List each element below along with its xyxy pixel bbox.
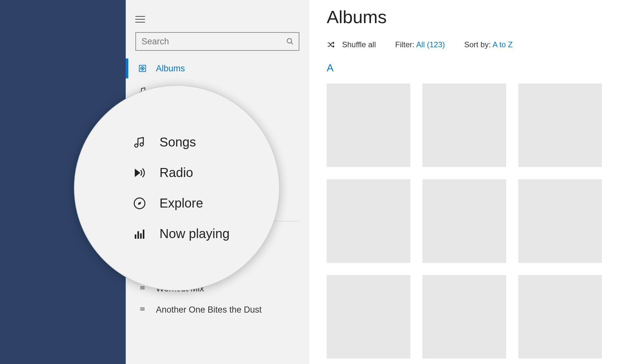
sort-control[interactable]: Sort by: A to Z (464, 40, 513, 49)
sidebar-item-label: Albums (156, 64, 185, 74)
playlist-label: Another One Bites the Dust (156, 305, 262, 315)
sidebar-item-albums[interactable]: Albums (126, 57, 309, 80)
svg-rect-11 (141, 156, 142, 161)
toolbar: Shuffle all Filter: All (123) Sort by: A… (327, 40, 602, 49)
svg-rect-12 (143, 158, 144, 161)
search-box[interactable] (135, 32, 299, 51)
album-tile[interactable] (423, 275, 506, 359)
svg-point-5 (139, 92, 141, 94)
sidebar-item-label: Radio (156, 109, 179, 119)
playlist-item[interactable]: ck (126, 257, 309, 278)
svg-line-1 (291, 42, 293, 44)
playlist-icon (137, 286, 148, 291)
shuffle-all-button[interactable]: Shuffle all (327, 40, 376, 49)
sidebar-item-radio[interactable]: Radio (126, 102, 309, 125)
svg-rect-13 (145, 155, 146, 161)
album-tile[interactable] (327, 84, 410, 167)
shuffle-label: Shuffle all (342, 40, 376, 49)
radio-icon (137, 109, 148, 118)
album-grid (327, 84, 602, 359)
sort-value: A to Z (493, 40, 513, 49)
page-title: Albums (327, 6, 602, 27)
sidebar-item-label: Now playing (156, 154, 203, 164)
svg-rect-10 (140, 158, 141, 161)
filter-label: Filter: (395, 40, 414, 49)
sidebar-item-songs[interactable]: Songs (126, 80, 309, 102)
songs-icon (137, 87, 148, 95)
album-tile[interactable] (423, 84, 506, 167)
album-tile[interactable] (518, 275, 602, 359)
explore-icon (137, 132, 148, 140)
album-tile[interactable] (423, 179, 506, 263)
svg-point-6 (143, 91, 145, 93)
sidebar-item-label: Explore (156, 131, 186, 141)
playlist-icon (137, 264, 148, 270)
sidebar: Albums Songs (126, 0, 309, 364)
playlist-icon (137, 307, 148, 313)
album-tile[interactable] (327, 275, 410, 359)
sidebar-item-explore[interactable]: Explore (126, 125, 309, 147)
playlist-label: ck (156, 262, 216, 272)
filter-control[interactable]: Filter: All (123) (395, 40, 445, 49)
filter-value: All (123) (416, 40, 445, 49)
album-tile[interactable] (518, 84, 602, 167)
svg-point-4 (142, 68, 143, 69)
hamburger-button[interactable] (129, 10, 151, 29)
svg-marker-9 (141, 135, 144, 137)
playlist-item[interactable]: Workout Mix (126, 278, 309, 299)
sidebar-item-label: Songs (156, 86, 181, 96)
shuffle-icon (327, 40, 335, 49)
albums-icon (137, 64, 148, 73)
search-icon (286, 38, 294, 45)
playlist-item[interactable]: Another One Bites the Dust (126, 299, 309, 320)
now-playing-icon (137, 154, 148, 163)
content-area: Albums Shuffle all Filter: (309, 0, 618, 364)
search-input[interactable] (141, 36, 286, 47)
sidebar-divider (135, 221, 299, 221)
album-tile[interactable] (518, 179, 602, 263)
playlist-label: Workout Mix (156, 284, 204, 294)
group-header[interactable]: A (327, 62, 602, 74)
album-tile[interactable] (327, 179, 410, 263)
sidebar-item-now-playing[interactable]: Now playing (126, 147, 309, 170)
page-background-pad (0, 0, 126, 364)
sort-label: Sort by: (464, 40, 491, 49)
svg-marker-7 (140, 111, 143, 116)
svg-point-0 (287, 39, 292, 43)
